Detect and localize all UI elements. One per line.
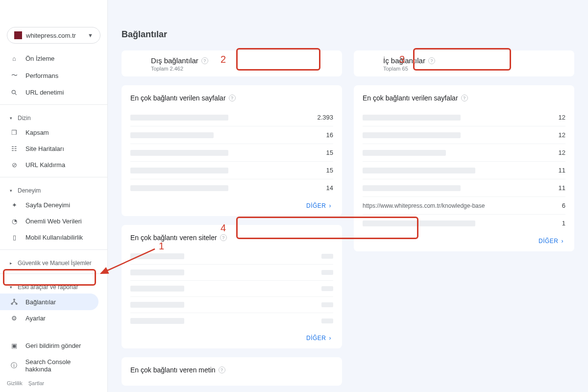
- main-content: Bağlantılar Dış bağlantılar ? Toplam 2.4…: [108, 0, 588, 392]
- page-title: Bağlantılar: [122, 29, 574, 40]
- chevron-down-icon: ▼: [88, 32, 93, 38]
- internal-links-column: İç bağlantılar ? Toplam 65 En çok bağlan…: [354, 50, 574, 386]
- speed-icon: ◔: [10, 218, 19, 225]
- plus-circle-icon: ✦: [10, 201, 19, 209]
- legal-links: Gizlilik Şartlar: [0, 377, 107, 389]
- svg-point-3: [11, 303, 13, 305]
- sidebar: whitepress.com.tr ▼ ⌂ Ön İzleme 〜 Perfor…: [0, 0, 108, 392]
- nav-feedback[interactable]: ▣ Geri bildirim gönder: [0, 338, 107, 354]
- help-icon[interactable]: ?: [219, 367, 225, 373]
- help-icon[interactable]: ?: [201, 57, 208, 64]
- svg-point-2: [14, 299, 15, 300]
- remove-icon: ⊘: [10, 161, 19, 169]
- table-row[interactable]: 11: [363, 161, 565, 179]
- help-icon[interactable]: ?: [229, 95, 236, 101]
- mobile-icon: ▯: [10, 234, 19, 241]
- property-selector[interactable]: whitepress.com.tr ▼: [7, 27, 100, 44]
- nav-coverage[interactable]: ❐ Kapsam: [0, 124, 107, 141]
- nav-label: Search Console hakkında: [25, 358, 98, 373]
- nav-settings[interactable]: ⚙ Ayarlar: [0, 310, 107, 326]
- internal-title: İç bağlantılar: [383, 56, 425, 65]
- gear-icon: ⚙: [10, 315, 19, 322]
- table-row[interactable]: 15: [130, 144, 333, 161]
- external-total: Toplam 2.462: [151, 66, 333, 72]
- links-icon: [10, 298, 19, 306]
- nav-core-web-vitals[interactable]: ◔ Önemli Web Verileri: [0, 213, 107, 229]
- privacy-link[interactable]: Gizlilik: [7, 380, 23, 386]
- nav-label: Performans: [25, 72, 58, 79]
- nav-group-label: Eski araçlar ve raporlar: [18, 284, 78, 291]
- nav-label: Kapsam: [25, 129, 49, 136]
- more-label: DİĞER: [306, 202, 326, 209]
- table-row[interactable]: 16: [130, 126, 333, 144]
- card-title: En çok bağlantı verilen sayfalar: [130, 94, 226, 102]
- table-row[interactable]: [130, 280, 333, 296]
- help-icon[interactable]: ?: [428, 57, 435, 64]
- more-button[interactable]: DİĞER ›: [537, 232, 565, 246]
- home-icon: ⌂: [10, 55, 19, 62]
- nav-label: Geri bildirim gönder: [25, 342, 81, 349]
- chevron-right-icon: ›: [329, 335, 332, 342]
- help-icon[interactable]: ?: [461, 95, 468, 101]
- external-title: Dış bağlantılar: [151, 56, 198, 65]
- nav-sitemaps[interactable]: ☷ Site Haritaları: [0, 141, 107, 157]
- nav-group-index[interactable]: ▾ Dizin: [0, 109, 107, 124]
- table-row[interactable]: [130, 264, 333, 280]
- internal-total: Toplam 65: [383, 66, 565, 72]
- table-row[interactable]: 12: [363, 109, 565, 126]
- svg-point-0: [12, 90, 15, 94]
- external-links-header: Dış bağlantılar ? Toplam 2.462: [122, 50, 342, 76]
- nav-performance[interactable]: 〜 Performans: [0, 67, 107, 84]
- table-row[interactable]: https://www.whitepress.com.tr/knowledge-…: [363, 196, 565, 214]
- table-row[interactable]: [130, 313, 333, 329]
- table-row[interactable]: [130, 296, 333, 313]
- feedback-icon: ▣: [10, 342, 19, 349]
- terms-link[interactable]: Şartlar: [28, 380, 44, 386]
- table-row[interactable]: [130, 248, 333, 264]
- nav-mobile-usability[interactable]: ▯ Mobil Kullanılabilirlik: [0, 229, 107, 245]
- table-row[interactable]: 11: [363, 179, 565, 196]
- nav-overview[interactable]: ⌂ Ön İzleme: [0, 50, 107, 67]
- nav-label: URL Kaldırma: [25, 161, 65, 169]
- nav-links[interactable]: Bağlantılar: [0, 294, 98, 310]
- property-logo: [14, 31, 22, 39]
- external-top-text-card: En çok bağlantı veren metin ?: [122, 357, 342, 386]
- svg-line-1: [15, 93, 16, 95]
- card-title: En çok bağlantı veren siteler: [130, 234, 217, 242]
- svg-point-4: [16, 303, 17, 305]
- table-row[interactable]: 12: [363, 126, 565, 144]
- info-icon: ⓘ: [10, 361, 19, 370]
- table-row[interactable]: 15: [130, 161, 333, 179]
- table-row[interactable]: 12: [363, 144, 565, 161]
- nav-label: Mobil Kullanılabilirlik: [25, 234, 83, 241]
- nav-group-label: Güvenlik ve Manuel İşlemler: [18, 260, 92, 267]
- internal-top-pages-card: En çok bağlantı verilen sayfalar ? 12 12…: [354, 85, 574, 251]
- nav-label: Sayfa Deneyimi: [25, 201, 70, 209]
- nav-label: URL denetimi: [25, 89, 64, 96]
- table-row[interactable]: 1: [363, 214, 565, 232]
- nav-label: Ön İzleme: [25, 55, 54, 62]
- pages-icon: ❐: [10, 129, 19, 136]
- table-row[interactable]: 14: [130, 179, 333, 196]
- nav-removals[interactable]: ⊘ URL Kaldırma: [0, 157, 107, 173]
- more-button[interactable]: DİĞER ›: [304, 329, 333, 343]
- nav-label: Bağlantılar: [25, 298, 56, 306]
- table-row[interactable]: 2.393: [130, 109, 333, 126]
- nav-group-legacy[interactable]: ▾ Eski araçlar ve raporlar: [0, 278, 107, 294]
- nav-label: Önemli Web Verileri: [25, 218, 82, 225]
- nav-page-experience[interactable]: ✦ Sayfa Deneyimi: [0, 197, 107, 213]
- help-icon[interactable]: ?: [220, 234, 227, 241]
- chevron-right-icon: ›: [329, 202, 332, 209]
- sitemap-icon: ☷: [10, 145, 19, 152]
- chevron-down-icon: ▾: [10, 116, 14, 121]
- property-domain: whitepress.com.tr: [26, 32, 76, 39]
- chevron-right-icon: ▸: [10, 261, 14, 266]
- external-top-sites-card: En çok bağlantı veren siteler ? DİĞER ›: [122, 225, 342, 348]
- nav-about[interactable]: ⓘ Search Console hakkında: [0, 354, 107, 377]
- internal-links-header: İç bağlantılar ? Toplam 65: [354, 50, 574, 76]
- more-button[interactable]: DİĞER ›: [304, 196, 333, 211]
- nav-url-inspection[interactable]: URL denetimi: [0, 84, 107, 100]
- nav-group-experience[interactable]: ▾ Deneyim: [0, 181, 107, 197]
- nav-label: Site Haritaları: [25, 145, 64, 152]
- nav-group-security[interactable]: ▸ Güvenlik ve Manuel İşlemler: [0, 254, 107, 270]
